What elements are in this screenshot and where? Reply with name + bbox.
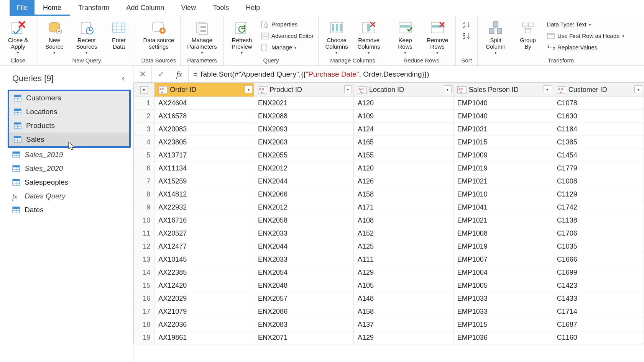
- cell[interactable]: ENX2093: [254, 123, 354, 136]
- cell[interactable]: C1138: [553, 214, 644, 227]
- table-row[interactable]: 3AX20083ENX2093A124EMP1031C1184: [134, 123, 644, 136]
- menu-home[interactable]: Home: [34, 0, 70, 16]
- table-row[interactable]: 14AX22385ENX2054A129EMP1004C1699: [134, 266, 644, 279]
- row-number[interactable]: 14: [134, 266, 154, 279]
- close-apply-button[interactable]: Close & Apply: [3, 19, 33, 55]
- cell[interactable]: AX12420: [154, 279, 254, 292]
- cell[interactable]: EMP1009: [453, 149, 553, 162]
- datatype-button[interactable]: Data Type: Text: [545, 19, 626, 30]
- table-row[interactable]: 5AX13717ENX2055A155EMP1009C1454: [134, 149, 644, 162]
- table-row[interactable]: 7AX15259ENX2044A126EMP1021C1008: [134, 175, 644, 188]
- cell[interactable]: A152: [353, 227, 453, 240]
- cell[interactable]: ENX2057: [254, 292, 354, 305]
- cell[interactable]: ENX2088: [254, 110, 354, 123]
- cell[interactable]: EMP1008: [453, 227, 553, 240]
- cell[interactable]: A111: [353, 253, 453, 266]
- cell[interactable]: AX16716: [154, 214, 254, 227]
- table-row[interactable]: 2AX16578ENX2088A109EMP1040C1630: [134, 110, 644, 123]
- table-row[interactable]: 10AX16716ENX2058A108EMP1021C1138: [134, 214, 644, 227]
- cell[interactable]: A137: [353, 318, 453, 331]
- cell[interactable]: C1742: [553, 201, 644, 214]
- cell[interactable]: A129: [353, 331, 453, 344]
- column-filter-icon[interactable]: ▾: [245, 85, 252, 93]
- remove-rows-button[interactable]: Remove Rows: [422, 19, 452, 55]
- table-row[interactable]: 12AX12477ENX2044A125EMP1019C1035: [134, 240, 644, 253]
- row-number[interactable]: 2: [134, 110, 154, 123]
- table-row[interactable]: 15AX12420ENX2048A105EMP1005C1423: [134, 279, 644, 292]
- cell[interactable]: EMP1021: [453, 214, 553, 227]
- cell[interactable]: A120: [353, 97, 453, 110]
- choose-columns-button[interactable]: Choose Columns: [322, 19, 352, 55]
- cell[interactable]: EMP1010: [453, 188, 553, 201]
- cell[interactable]: A171: [353, 201, 453, 214]
- formula-commit-button[interactable]: ✓: [152, 66, 170, 82]
- split-column-button[interactable]: Split Column: [481, 19, 511, 55]
- cell[interactable]: ENX2058: [254, 214, 354, 227]
- table-row[interactable]: 16AX22029ENX2057A148EMP1033C1433: [134, 292, 644, 305]
- table-row[interactable]: 13AX10145ENX2033A111EMP1007C1666: [134, 253, 644, 266]
- datatype-text-icon[interactable]: ABC: [158, 86, 168, 94]
- table-row[interactable]: 18AX22036ENX2083A137EMP1015C1687: [134, 318, 644, 331]
- cell[interactable]: A105: [353, 279, 453, 292]
- cell[interactable]: EMP1021: [453, 175, 553, 188]
- column-header-customer-id[interactable]: ABCCustomer ID▾: [553, 83, 644, 97]
- table-row[interactable]: 9AX22932ENX2012A171EMP1041C1742: [134, 201, 644, 214]
- menu-tools[interactable]: Tools: [204, 0, 237, 16]
- cell[interactable]: C1630: [553, 110, 644, 123]
- column-filter-icon[interactable]: ▾: [344, 85, 352, 93]
- cell[interactable]: EMP1041: [453, 201, 553, 214]
- cell[interactable]: C1078: [553, 97, 644, 110]
- cell[interactable]: C1687: [553, 318, 644, 331]
- row-number[interactable]: 13: [134, 253, 154, 266]
- cell[interactable]: AX22036: [154, 318, 254, 331]
- menu-transform[interactable]: Transform: [70, 0, 118, 16]
- grid-corner[interactable]: ▾: [134, 83, 154, 97]
- cell[interactable]: C1699: [553, 266, 644, 279]
- cell[interactable]: AX13717: [154, 149, 254, 162]
- collapse-queries-icon[interactable]: ‹: [122, 74, 130, 84]
- cell[interactable]: EMP1019: [453, 240, 553, 253]
- cell[interactable]: EMP1033: [453, 305, 553, 318]
- cell[interactable]: EMP1007: [453, 253, 553, 266]
- cell[interactable]: AX10145: [154, 253, 254, 266]
- row-number[interactable]: 4: [134, 136, 154, 149]
- cell[interactable]: C1454: [553, 149, 644, 162]
- cell[interactable]: C1714: [553, 305, 644, 318]
- grid-corner-menu-icon[interactable]: ▾: [140, 86, 148, 94]
- sidebar-item-dates[interactable]: Dates: [8, 203, 131, 217]
- manage-parameters-button[interactable]: Manage Parameters: [184, 19, 220, 55]
- cell[interactable]: AX22029: [154, 292, 254, 305]
- row-number[interactable]: 10: [134, 214, 154, 227]
- cell[interactable]: AX23805: [154, 136, 254, 149]
- column-header-product-id[interactable]: ABCProduct ID▾: [254, 83, 354, 97]
- datasource-settings-button[interactable]: Data source settings: [140, 19, 177, 50]
- datatype-text-icon[interactable]: ABC: [258, 86, 267, 94]
- row-number[interactable]: 3: [134, 123, 154, 136]
- sort-desc-button[interactable]: ZA: [459, 31, 474, 41]
- column-header-order-id[interactable]: ABCOrder ID▾: [154, 83, 254, 97]
- cell[interactable]: EMP1004: [453, 266, 553, 279]
- row-number[interactable]: 1: [134, 97, 154, 110]
- cell[interactable]: A155: [353, 149, 453, 162]
- cell[interactable]: A125: [353, 240, 453, 253]
- column-filter-icon[interactable]: ▾: [544, 85, 551, 93]
- cell[interactable]: AX20527: [154, 227, 254, 240]
- cell[interactable]: EMP1033: [453, 292, 553, 305]
- remove-columns-button[interactable]: Remove Columns: [354, 19, 384, 55]
- row-number[interactable]: 9: [134, 201, 154, 214]
- cell[interactable]: ENX2021: [254, 97, 354, 110]
- cell[interactable]: AX20083: [154, 123, 254, 136]
- menu-file[interactable]: File: [10, 0, 34, 16]
- sidebar-item-dates-query[interactable]: fxDates Query: [8, 189, 131, 203]
- row-number[interactable]: 17: [134, 305, 154, 318]
- cell[interactable]: C1779: [553, 162, 644, 175]
- firstrow-headers-button[interactable]: Use First Row as Heade: [545, 31, 626, 41]
- row-number[interactable]: 5: [134, 149, 154, 162]
- datatype-text-icon[interactable]: ABC: [457, 86, 467, 94]
- cell[interactable]: A126: [353, 175, 453, 188]
- cell[interactable]: C1423: [553, 279, 644, 292]
- cell[interactable]: C1129: [553, 188, 644, 201]
- sidebar-item-products[interactable]: Products: [9, 119, 129, 133]
- cell[interactable]: EMP1019: [453, 162, 553, 175]
- cell[interactable]: C1184: [553, 123, 644, 136]
